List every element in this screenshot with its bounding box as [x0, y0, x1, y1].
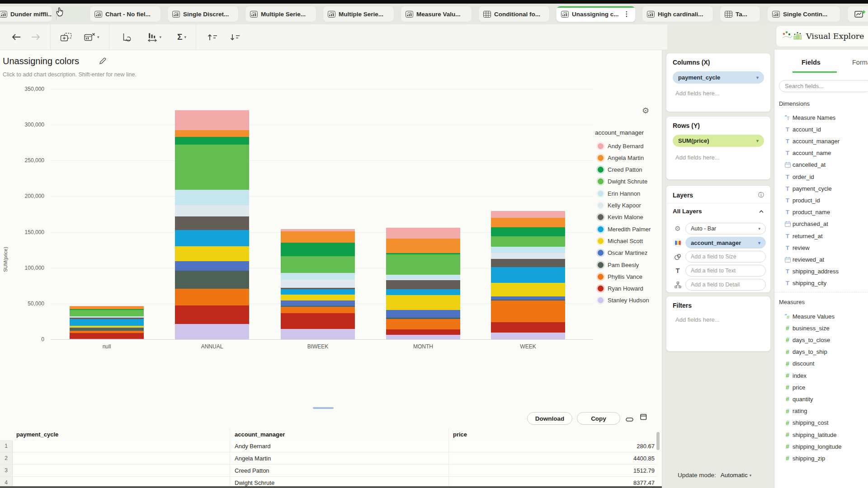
update-mode-value[interactable]: Automatic [721, 472, 748, 479]
bar-segment-kelly-kapoor[interactable] [70, 317, 144, 318]
minimize-results-icon[interactable] [626, 416, 634, 424]
table-row[interactable]: 2Angela Martin4400.85 [0, 452, 656, 465]
legend-item-pam-beesly[interactable]: Pam Beesly [598, 261, 639, 269]
field-quantity[interactable]: #quantity [783, 395, 813, 403]
column-header-account-manager[interactable]: account_manager [235, 431, 285, 438]
chart-scroll-indicator[interactable] [313, 407, 334, 409]
bar-segment-michael-scott[interactable] [70, 326, 144, 328]
bar-segment-pam-beesly[interactable] [70, 328, 144, 331]
bar-segment-oscar-martinez[interactable] [70, 328, 144, 328]
bar-segment-michael-scott[interactable] [386, 295, 460, 310]
bar-segment-meredith-palmer[interactable] [491, 267, 565, 283]
bar-segment-kevin-malone[interactable] [175, 216, 249, 230]
bar-segment-oscar-martinez[interactable] [386, 310, 460, 318]
bar-segment-dwight-schrute[interactable] [386, 254, 460, 275]
bar-segment-kelly-kapoor[interactable] [491, 253, 565, 258]
toolbar-swap-axes-button[interactable] [118, 29, 134, 45]
tab-ta[interactable]: Ta... [720, 6, 760, 22]
legend-item-angela-martin[interactable]: Angela Martin [598, 154, 644, 162]
legend-item-erin-hannon[interactable]: Erin Hannon [598, 189, 640, 197]
legend-item-meredith-palmer[interactable]: Meredith Palmer [598, 225, 651, 233]
field-business-size[interactable]: #business_size [783, 324, 830, 332]
field-shipping-address[interactable]: Tshipping_address [783, 267, 839, 276]
bar-segment-kelly-kapoor[interactable] [281, 280, 355, 288]
bar-segment-ryan-howard[interactable] [175, 305, 249, 324]
bar-segment-erin-hannon[interactable] [491, 247, 565, 253]
field-payment-cycle[interactable]: Tpayment_cycle [783, 184, 832, 192]
field-review[interactable]: Treview [783, 244, 810, 252]
field-discount[interactable]: #discount [783, 360, 814, 368]
tab-multiple-serie[interactable]: Multiple Serie... [245, 6, 316, 22]
bar-segment-creed-patton[interactable] [70, 309, 144, 310]
toolbar-bar-size-button[interactable]: ▾ [145, 29, 165, 45]
tab-single-contin[interactable]: Single Contin... [767, 6, 840, 22]
toolbar-aggregate-sigma-button[interactable]: Σ▾ [175, 29, 189, 45]
bar-segment-angela-martin[interactable] [491, 218, 565, 227]
bar-segment-erin-hannon[interactable] [281, 273, 355, 280]
legend-item-kevin-malone[interactable]: Kevin Malone [598, 213, 643, 221]
field-price[interactable]: #price [783, 383, 805, 391]
tab-format[interactable]: Format [852, 59, 868, 66]
tab-conditional-fo[interactable]: Conditional fo... [478, 6, 550, 22]
new-chart-button[interactable] [847, 6, 868, 22]
field-shipping-longitude[interactable]: #shipping_longitude [783, 442, 841, 450]
bar-segment-stanley-hudson[interactable] [281, 329, 355, 339]
bar-segment-michael-scott[interactable] [175, 246, 249, 262]
toolbar-remove-chart-button[interactable]: ▾ [81, 29, 102, 45]
tab-single-discret[interactable]: Single Discret... [167, 6, 239, 22]
collapse-chevron-icon[interactable] [759, 207, 764, 215]
tab-unassigning-c[interactable]: Unassigning c...⋮ [556, 6, 636, 22]
field-rating[interactable]: #rating [783, 407, 807, 415]
bar-segment-oscar-martinez[interactable] [175, 261, 249, 270]
field-measure-names[interactable]: TMeasure Names [783, 113, 835, 122]
column-header-payment-cycle[interactable]: payment_cycle [16, 431, 58, 438]
tab-chart-no-fiel[interactable]: Chart - No fiel... [90, 6, 161, 22]
mark-type-select[interactable]: Auto - Bar ▾ [685, 223, 766, 235]
field-account-name[interactable]: Taccount_name [783, 149, 831, 157]
bar-segment-stanley-hudson[interactable] [386, 335, 460, 339]
bar-segment-kevin-malone[interactable] [386, 280, 460, 289]
bar-segment-phyllis-vance[interactable] [491, 300, 565, 322]
bar-segment-creed-patton[interactable] [491, 227, 565, 236]
bar-segment-stanley-hudson[interactable] [175, 324, 249, 339]
legend-item-andy-bernard[interactable]: Andy Bernard [598, 142, 644, 150]
field-shipping-latitude[interactable]: #shipping_latitude [783, 431, 837, 439]
copy-button[interactable]: Copy [577, 412, 620, 425]
bar-segment-oscar-martinez[interactable] [281, 300, 355, 306]
field-shipping-city[interactable]: Tshipping_city [783, 279, 826, 287]
bar-segment-oscar-martinez[interactable] [491, 296, 565, 300]
table-row[interactable]: 3Creed Patton1512.79 [0, 465, 656, 477]
field-index[interactable]: #index [783, 371, 807, 380]
bar-segment-meredith-palmer[interactable] [175, 230, 249, 246]
bar-segment-ryan-howard[interactable] [70, 333, 144, 339]
bar-segment-dwight-schrute[interactable] [70, 310, 144, 316]
rows-pill-sum-price[interactable]: SUM(price) ▾ [673, 135, 764, 147]
bar-segment-meredith-palmer[interactable] [386, 289, 460, 295]
legend-item-oscar-martinez[interactable]: Oscar Martinez [598, 249, 647, 257]
bar-segment-kelly-kapoor[interactable] [386, 279, 460, 280]
bar-segment-creed-patton[interactable] [386, 253, 460, 254]
bar-segment-erin-hannon[interactable] [175, 190, 249, 205]
bar-segment-dwight-schrute[interactable] [491, 236, 565, 247]
legend-item-michael-scott[interactable]: Michael Scott [598, 237, 643, 245]
maximize-results-icon[interactable] [640, 414, 647, 422]
column-header-price[interactable]: price [453, 431, 467, 438]
bar-segment-pam-beesly[interactable] [491, 300, 565, 301]
bar-segment-ryan-howard[interactable] [386, 329, 460, 335]
bar-segment-andy-bernard[interactable] [70, 306, 144, 306]
bar-segment-andy-bernard[interactable] [386, 228, 460, 239]
legend-item-ryan-howard[interactable]: Ryan Howard [598, 285, 643, 293]
legend-item-phyllis-vance[interactable]: Phyllis Vance [598, 272, 642, 281]
bar-segment-pam-beesly[interactable] [386, 318, 460, 319]
field-purchased-at[interactable]: purchased_at [783, 220, 828, 228]
bar-segment-ryan-howard[interactable] [281, 313, 355, 329]
bar-segment-kevin-malone[interactable] [281, 288, 355, 289]
bar-segment-andy-bernard[interactable] [491, 211, 565, 218]
field-account-manager[interactable]: Taccount_manager [783, 137, 840, 145]
field-shipping-zip[interactable]: #shipping_zip [783, 454, 825, 462]
bar-segment-stanley-hudson[interactable] [491, 333, 565, 339]
tab-measure-valu[interactable]: Measure Valu... [401, 6, 472, 22]
filters-add-fields-placeholder[interactable]: Add fields here... [675, 316, 764, 323]
detail-field-input[interactable]: Add a field to Detail [685, 279, 766, 291]
table-row[interactable]: 1Andy Bernard280.67 [0, 440, 656, 452]
